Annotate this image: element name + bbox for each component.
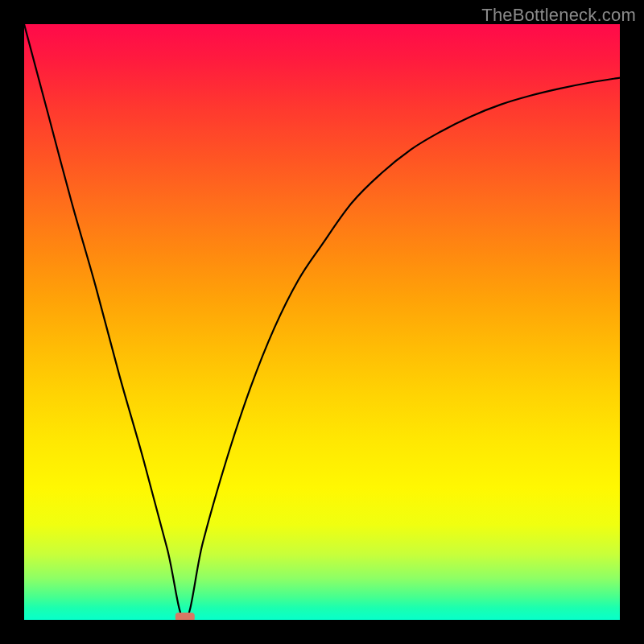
- curve-svg: [24, 24, 620, 620]
- plot-area: [24, 24, 620, 620]
- bottleneck-curve-path: [24, 24, 620, 620]
- watermark-text: TheBottleneck.com: [481, 5, 636, 26]
- chart-stage: TheBottleneck.com: [0, 0, 644, 644]
- minimum-marker: [175, 613, 195, 620]
